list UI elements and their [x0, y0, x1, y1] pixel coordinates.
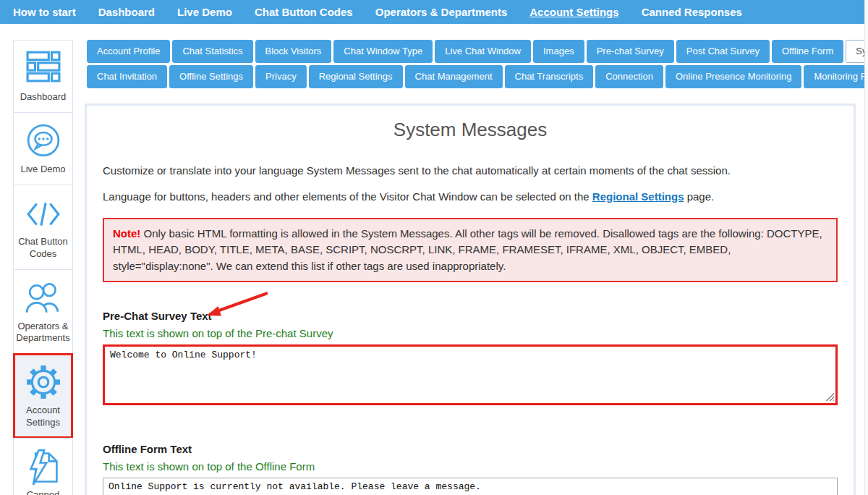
sidebar-item-live-demo[interactable]: Live Demo — [13, 112, 73, 185]
tab-chat-transcripts[interactable]: Chat Transcripts — [505, 65, 594, 88]
nav-item-live-demo[interactable]: Live Demo — [177, 6, 232, 18]
system-messages-panel: System Messages Customize or translate i… — [85, 103, 856, 495]
intro-paragraph-1: Customize or translate into your languag… — [103, 163, 838, 179]
gear-icon — [16, 364, 70, 400]
tab-regional-settings[interactable]: Regional Settings — [309, 65, 403, 88]
section-label-text: Offline Form Text — [103, 443, 192, 455]
tab-live-chat-window[interactable]: Live Chat Window — [435, 40, 531, 63]
sidebar: Dashboard Live Demo Chat — [13, 40, 73, 495]
code-icon — [16, 195, 70, 232]
section-label-text: Pre-Chat Survey Text — [103, 310, 212, 322]
nav-item-canned-responses[interactable]: Canned Responses — [642, 6, 742, 18]
settings-tabs-row-1: Account Profile Chat Statistics Block Vi… — [85, 40, 856, 63]
main-area: Account Profile Chat Statistics Block Vi… — [85, 40, 856, 495]
nav-item-account-settings[interactable]: Account Settings — [529, 6, 618, 18]
intro-2-text-before: Language for buttons, headers and other … — [103, 190, 592, 203]
nav-item-operators-departments[interactable]: Operators & Departments — [375, 6, 508, 18]
tab-connection[interactable]: Connection — [595, 65, 663, 88]
tab-account-profile[interactable]: Account Profile — [87, 40, 170, 63]
sidebar-item-operators-departments[interactable]: Operators & Departments — [13, 269, 73, 355]
tab-post-chat-survey[interactable]: Post Chat Survey — [676, 40, 770, 63]
red-arrow-annotation — [204, 289, 271, 320]
sidebar-item-label: Live Demo — [16, 164, 70, 176]
tab-block-visitors[interactable]: Block Visitors — [255, 40, 332, 63]
pre-chat-survey-text-label: Pre-Chat Survey Text — [103, 310, 212, 322]
html-formatting-note: Note! Only basic HTML formatting is allo… — [103, 218, 838, 283]
sidebar-item-label: Operators & Departments — [16, 321, 70, 345]
tab-chat-statistics[interactable]: Chat Statistics — [172, 40, 252, 63]
intro-2-text-after: page. — [684, 190, 715, 203]
offline-form-textarea-wrap: Online Support is currently not availabl… — [103, 478, 838, 495]
intro-paragraph-2: Language for buttons, headers and other … — [103, 189, 838, 205]
tab-privacy[interactable]: Privacy — [255, 65, 307, 88]
sidebar-item-label: Account Settings — [16, 405, 70, 429]
tab-images[interactable]: Images — [533, 40, 584, 63]
tab-chat-management[interactable]: Chat Management — [405, 65, 503, 88]
nav-item-chat-button-codes[interactable]: Chat Button Codes — [255, 6, 353, 18]
tab-online-presence-monitoring[interactable]: Online Presence Monitoring — [665, 65, 801, 88]
tab-chat-invitation[interactable]: Chat Invitation — [87, 65, 167, 88]
pre-chat-survey-textarea[interactable]: Welcome to Online Support! — [103, 344, 838, 405]
note-text: Only basic HTML formatting is allowed in… — [113, 227, 822, 272]
tab-offline-form[interactable]: Offline Form — [772, 40, 843, 63]
sidebar-item-dashboard[interactable]: Dashboard — [13, 40, 73, 113]
offline-form-textarea[interactable]: Online Support is currently not availabl… — [103, 478, 838, 495]
page-title: System Messages — [103, 119, 838, 141]
people-icon — [16, 280, 70, 316]
tab-monitoring-filtering[interactable]: Monitoring Filtering — [804, 65, 868, 88]
regional-settings-link[interactable]: Regional Settings — [592, 190, 684, 203]
settings-tabs-row-2: Chat Invitation Offline Settings Privacy… — [85, 65, 856, 88]
tab-chat-window-type[interactable]: Chat Window Type — [333, 40, 433, 63]
sidebar-item-chat-button-codes[interactable]: Chat Button Codes — [13, 185, 73, 270]
pre-chat-survey-text-section: Pre-Chat Survey Text This text is shown … — [103, 310, 838, 405]
page-scrollbar[interactable] — [864, 0, 868, 495]
sidebar-item-label: Dashboard — [16, 91, 70, 103]
top-navigation: How to start Dashboard Live Demo Chat Bu… — [0, 0, 868, 24]
nav-item-how-to-start[interactable]: How to start — [13, 6, 76, 18]
offline-form-help-text: This text is shown on top of the Offline… — [103, 460, 838, 473]
offline-form-text-section: Offline Form Text This text is shown on … — [103, 443, 838, 495]
pre-chat-survey-help-text: This text is shown on top of the Pre-cha… — [103, 327, 838, 339]
sidebar-item-account-settings[interactable]: Account Settings — [13, 353, 73, 439]
nav-item-dashboard[interactable]: Dashboard — [98, 6, 155, 18]
sidebar-item-label: Canned Responses — [16, 489, 70, 495]
tab-pre-chat-survey[interactable]: Pre-chat Survey — [587, 40, 674, 63]
tab-offline-settings[interactable]: Offline Settings — [169, 65, 253, 88]
note-label: Note! — [113, 227, 140, 240]
pre-chat-survey-textarea-wrap: Welcome to Online Support! — [103, 344, 838, 405]
chat-bubble-icon — [16, 123, 70, 159]
offline-form-text-label: Offline Form Text — [103, 443, 192, 455]
sidebar-item-label: Chat Button Codes — [16, 236, 70, 261]
sidebar-item-canned-responses[interactable]: Canned Responses — [13, 438, 73, 495]
lightning-document-icon — [16, 449, 70, 485]
dashboard-icon — [16, 51, 70, 87]
